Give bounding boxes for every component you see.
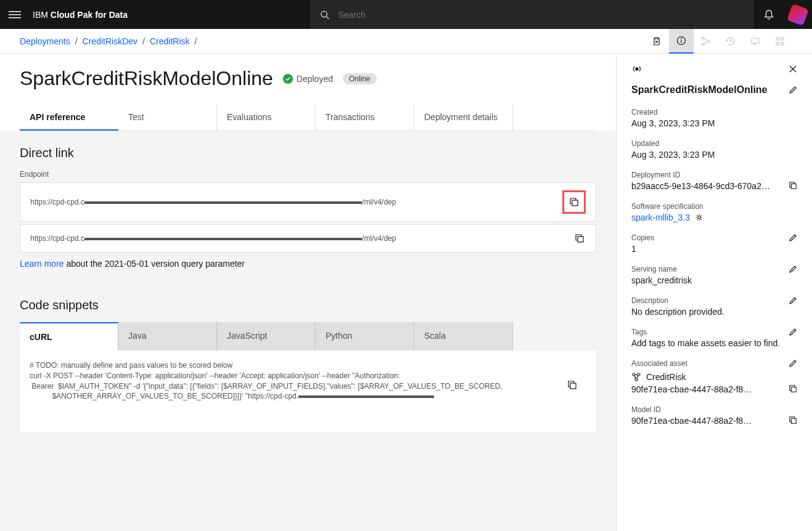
svg-rect-11 xyxy=(752,38,759,43)
tab-evaluations[interactable]: Evaluations xyxy=(217,105,316,131)
close-panel-button[interactable] xyxy=(789,65,797,73)
code-snippets-heading: Code snippets xyxy=(20,298,596,312)
svg-point-3 xyxy=(321,11,327,17)
svg-point-10 xyxy=(708,40,710,42)
asset-name-value: CreditRisk xyxy=(646,372,686,382)
chat-icon xyxy=(743,29,768,54)
edit-description-button[interactable] xyxy=(789,296,797,305)
svg-rect-15 xyxy=(781,43,784,45)
flow-icon xyxy=(694,29,718,54)
panel-title: SparkCreditRiskModelOnline xyxy=(631,84,768,95)
edit-asset-button[interactable] xyxy=(789,359,797,368)
search-icon xyxy=(320,10,329,20)
svg-point-7 xyxy=(681,38,682,39)
brand-avatar[interactable] xyxy=(783,0,812,29)
svg-line-4 xyxy=(327,16,329,18)
svg-rect-17 xyxy=(572,200,578,206)
svg-rect-19 xyxy=(570,383,576,389)
copy-deployment-id-button[interactable] xyxy=(789,181,797,190)
copies-value: 1 xyxy=(631,244,797,254)
info-icon[interactable] xyxy=(669,29,694,54)
copy-endpoint-2-button[interactable] xyxy=(573,232,586,245)
status-badge: Deployed xyxy=(283,74,333,84)
snippet-tab-scala[interactable]: Scala xyxy=(414,322,513,351)
toolbar xyxy=(644,29,792,54)
snippet-tab-curl[interactable]: cURL xyxy=(20,322,118,351)
search-bar xyxy=(310,0,754,29)
snippet-tab-python[interactable]: Python xyxy=(316,322,414,351)
page-title: SparkCreditRiskModelOnline xyxy=(20,67,273,90)
model-icon xyxy=(631,372,641,382)
copy-code-button[interactable] xyxy=(566,358,589,411)
menu-button[interactable] xyxy=(0,0,29,29)
svg-rect-12 xyxy=(776,38,779,40)
edit-title-button[interactable] xyxy=(789,86,797,94)
updated-value: Aug 3, 2023, 3:23 PM xyxy=(631,150,797,160)
breadcrumb-creditrisk[interactable]: CreditRisk xyxy=(150,36,190,46)
asset-id-value: 90fe71ea-cbae-4447-88a2-f8… xyxy=(631,384,752,394)
search-input[interactable] xyxy=(338,10,744,20)
endpoint-2: https://cpd-cpd.c/ml/v4/dep xyxy=(20,224,596,253)
qr-icon xyxy=(768,29,792,54)
deployment-id-value: b29aacc5-9e13-4864-9cd3-670a2… xyxy=(631,181,770,191)
gear-icon xyxy=(695,213,703,222)
copy-asset-id-button[interactable] xyxy=(789,384,797,393)
tab-test[interactable]: Test xyxy=(118,105,217,131)
svg-rect-13 xyxy=(781,38,784,40)
tab-deployment-details[interactable]: Deployment details xyxy=(414,105,513,131)
created-value: Aug 3, 2023, 3:23 PM xyxy=(631,118,797,128)
breadcrumb-deployments[interactable]: Deployments xyxy=(20,36,70,46)
svg-rect-23 xyxy=(791,184,796,188)
breadcrumb-creditriskdev[interactable]: CreditRiskDev xyxy=(83,36,137,46)
endpoint-1: https://cpd-cpd.c/ml/v4/dep xyxy=(20,182,596,222)
copy-endpoint-1-button[interactable] xyxy=(562,190,586,214)
model-id-value: 90fe71ea-cbae-4447-88a2-f8… xyxy=(631,416,752,426)
svg-point-9 xyxy=(702,43,704,45)
svg-rect-2 xyxy=(9,17,21,18)
svg-point-24 xyxy=(698,216,700,219)
main-tabs: API reference Test Evaluations Transacti… xyxy=(20,105,596,131)
delete-icon[interactable] xyxy=(644,29,669,54)
tab-api-reference[interactable]: API reference xyxy=(20,105,118,131)
tab-transactions[interactable]: Transactions xyxy=(316,105,414,131)
info-panel: SparkCreditRiskModelOnline Created Aug 3… xyxy=(616,54,812,531)
history-icon xyxy=(718,29,743,54)
endpoint-help: Learn more about the 2021-05-01 version … xyxy=(20,259,596,269)
learn-more-link[interactable]: Learn more xyxy=(20,259,64,269)
content-area: SparkCreditRiskModelOnline Deployed Onli… xyxy=(0,54,616,531)
svg-rect-28 xyxy=(791,387,796,392)
serving-name-value: spark_creditrisk xyxy=(631,275,797,285)
snippet-tab-javascript[interactable]: JavaScript xyxy=(217,322,316,351)
breadcrumb-bar: Deployments / CreditRiskDev / CreditRisk… xyxy=(0,29,812,54)
tags-value: Add tags to make assets easier to find. xyxy=(631,338,797,348)
notifications-icon[interactable] xyxy=(754,0,783,29)
snippet-tab-java[interactable]: Java xyxy=(118,322,217,351)
top-header: IBM Cloud Pak for Data xyxy=(0,0,812,29)
svg-point-8 xyxy=(702,37,704,39)
svg-rect-1 xyxy=(9,14,21,15)
description-value: No description provided. xyxy=(631,307,797,317)
edit-copies-button[interactable] xyxy=(789,233,797,242)
svg-rect-0 xyxy=(9,11,21,12)
code-block: # TODO: manually define and pass values … xyxy=(20,351,596,432)
svg-rect-29 xyxy=(791,418,796,423)
svg-rect-14 xyxy=(776,43,779,45)
brand-label: IBM Cloud Pak for Data xyxy=(29,10,128,20)
svg-rect-18 xyxy=(578,237,583,242)
edit-tags-button[interactable] xyxy=(789,328,797,336)
broadcast-icon xyxy=(631,63,642,75)
mode-pill: Online xyxy=(343,73,377,84)
endpoint-label: Endpoint xyxy=(20,170,596,179)
software-spec-link[interactable]: spark-mllib_3.3 xyxy=(631,213,690,222)
copy-model-id-button[interactable] xyxy=(789,416,797,424)
edit-serving-name-button[interactable] xyxy=(789,265,797,274)
svg-point-20 xyxy=(636,68,638,70)
direct-link-heading: Direct link xyxy=(20,146,596,160)
